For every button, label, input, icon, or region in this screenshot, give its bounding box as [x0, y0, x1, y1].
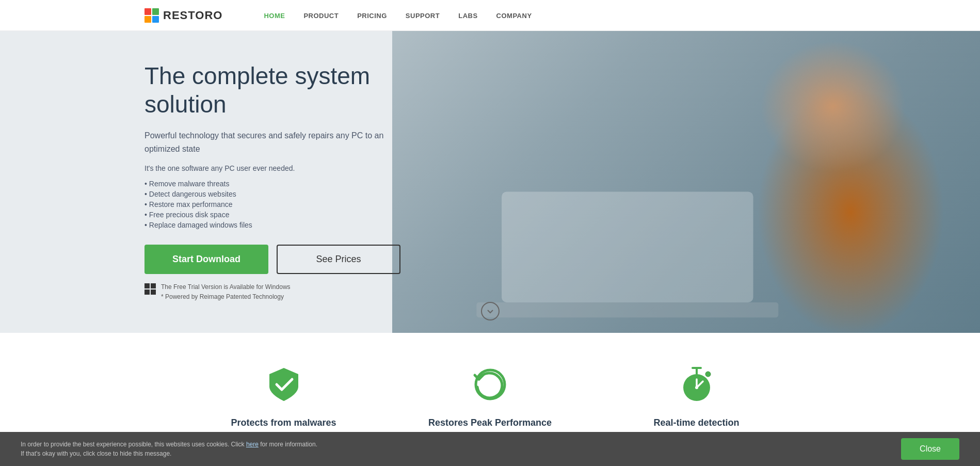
feature-item-2: Detect dangerous websites [144, 190, 387, 198]
logo-text: RESTORO [163, 9, 222, 22]
nav-item-company[interactable]: COMPANY [496, 11, 532, 20]
scroll-down-button[interactable] [481, 302, 500, 320]
nav-item-labs[interactable]: LABS [458, 11, 477, 20]
svg-point-17 [705, 372, 711, 377]
cookie-banner: In order to provide the best experience … [0, 432, 980, 457]
feature-item-4: Free precious disk space [144, 211, 387, 219]
nav-item-support[interactable]: SUPPORT [406, 11, 440, 20]
hero-title: The complete system solution [144, 62, 387, 119]
nav-item-home[interactable]: HOME [264, 11, 285, 20]
windows-note-line1: The Free Trial Version is Available for … [161, 282, 291, 292]
feature-item-1: Remove malware threats [144, 180, 387, 188]
svg-rect-4 [502, 192, 753, 302]
timer-icon [676, 364, 717, 405]
restore-icon [470, 364, 511, 405]
cookie-line1: In order to provide the best experience … [21, 440, 317, 449]
shield-icon [263, 364, 304, 405]
hero-subtitle: Powerful technology that secures and saf… [144, 129, 387, 155]
navigation: RESTORO HOME PRODUCT PRICING SUPPORT LAB… [0, 0, 980, 31]
logo-icon [144, 8, 159, 23]
cookie-line2: If that's okay with you, click close to … [21, 449, 317, 457]
cookie-text: In order to provide the best experience … [21, 440, 317, 457]
nav-links: HOME PRODUCT PRICING SUPPORT LABS COMPAN… [264, 11, 532, 20]
logo[interactable]: RESTORO [144, 8, 222, 23]
nav-item-product[interactable]: PRODUCT [303, 11, 339, 20]
hero-section: The complete system solution Powerful te… [0, 31, 980, 333]
svg-rect-8 [144, 290, 150, 295]
svg-rect-1 [152, 8, 159, 15]
svg-rect-2 [144, 16, 151, 23]
svg-rect-6 [144, 283, 150, 288]
windows-note: The Free Trial Version is Available for … [144, 282, 387, 302]
hero-content: The complete system solution Powerful te… [0, 31, 387, 333]
cookie-link[interactable]: here [246, 441, 259, 448]
see-prices-button[interactable]: See Prices [277, 245, 400, 274]
windows-icon [144, 283, 156, 295]
chevron-down-icon [486, 307, 494, 315]
feature-item-5: Replace damaged windows files [144, 221, 387, 229]
laptop-decoration [451, 182, 804, 332]
nav-item-pricing[interactable]: PRICING [357, 11, 387, 20]
svg-rect-0 [144, 8, 151, 15]
svg-rect-3 [152, 16, 159, 23]
svg-rect-9 [151, 290, 156, 295]
feature-item-3: Restore max performance [144, 200, 387, 208]
start-download-button[interactable]: Start Download [144, 245, 268, 274]
hero-note-text: The Free Trial Version is Available for … [161, 282, 291, 302]
feature-performance-title: Restores Peak Performance [408, 417, 573, 428]
windows-note-line2: * Powered by Reimage Patented Technology [161, 292, 291, 302]
hero-tagline: It's the one software any PC user ever n… [144, 164, 387, 172]
cookie-close-button[interactable]: Close [901, 438, 959, 457]
hero-background [392, 31, 980, 333]
hero-features-list: Remove malware threats Detect dangerous … [144, 180, 387, 229]
feature-detection-title: Real-time detection [614, 417, 779, 428]
svg-rect-7 [151, 283, 156, 288]
feature-protect-title: Protects from malwares [201, 417, 366, 428]
svg-rect-5 [476, 302, 778, 317]
hero-buttons: Start Download See Prices [144, 245, 387, 274]
